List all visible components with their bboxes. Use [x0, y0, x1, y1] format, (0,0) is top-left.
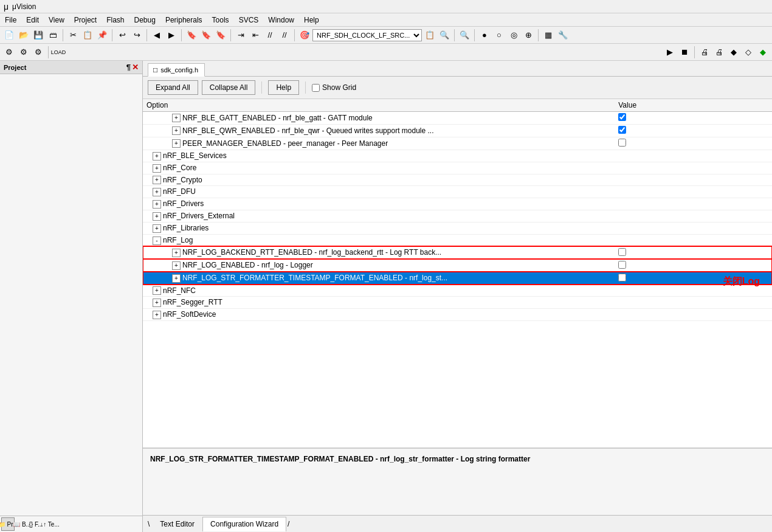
circle4-btn[interactable]: ⊕ [522, 29, 535, 42]
table-row[interactable]: +nRF_Core [143, 162, 772, 174]
table-row[interactable]: +nRF_Drivers_External [143, 210, 772, 223]
table-row[interactable]: +NRF_LOG_BACKEND_RTT_ENABLED - nrf_log_b… [143, 246, 772, 259]
redo-btn[interactable]: ↪ [130, 29, 143, 42]
copy-btn[interactable]: 📋 [81, 29, 94, 42]
table-row[interactable]: +NRF_LOG_STR_FORMATTER_TIMESTAMP_FORMAT_… [143, 272, 772, 285]
table-row[interactable]: +nRF_NFC [143, 285, 772, 297]
table-row[interactable]: +PEER_MANAGER_ENABLED - peer_manager - P… [143, 137, 772, 150]
uncomment-btn[interactable]: // [278, 29, 291, 42]
undo-btn[interactable]: ↩ [115, 29, 129, 42]
lb-books-tab[interactable]: 📖 B... [15, 517, 29, 531]
table-row[interactable]: +nRF_Libraries [143, 222, 772, 234]
shape2-btn[interactable]: ◇ [742, 46, 755, 59]
value-checkbox[interactable] [618, 126, 626, 134]
table-row[interactable]: +NRF_BLE_GATT_ENABLED - nrf_ble_gatt - G… [143, 112, 772, 125]
expand-icon[interactable]: + [172, 139, 181, 148]
build-btn[interactable]: ⚙ [2, 46, 16, 59]
expand-icon[interactable]: + [153, 224, 161, 233]
run-btn[interactable]: ▶ [663, 46, 677, 59]
indent-btn[interactable]: ⇥ [234, 29, 247, 42]
unindent-btn[interactable]: ⇤ [249, 29, 262, 42]
load-btn[interactable]: LOAD [52, 46, 65, 59]
bookmark-btn[interactable]: 🔖 [185, 29, 198, 42]
shape1-btn[interactable]: ◆ [727, 46, 740, 59]
expand-icon[interactable]: + [153, 299, 161, 307]
back-btn[interactable]: ◀ [150, 29, 164, 42]
config-wizard-tab[interactable]: Configuration Wizard [202, 517, 286, 531]
value-checkbox[interactable] [618, 248, 626, 256]
value-checkbox[interactable] [618, 274, 626, 282]
collapse-all-btn[interactable]: Collapse All [202, 80, 256, 95]
settings-btn[interactable]: 🔧 [556, 29, 570, 42]
menu-item-view[interactable]: View [44, 15, 69, 26]
find-btn[interactable]: 🔍 [438, 29, 451, 42]
fwd-btn[interactable]: ▶ [165, 29, 178, 42]
show-grid-checkbox[interactable] [312, 84, 320, 92]
stop-btn[interactable]: ⏹ [678, 46, 691, 59]
print2-btn[interactable]: 🖨 [712, 46, 726, 59]
expand-icon[interactable]: + [153, 200, 161, 209]
menu-item-edit[interactable]: Edit [21, 15, 44, 26]
menu-item-project[interactable]: Project [69, 15, 102, 26]
paste-btn[interactable]: 📌 [95, 29, 109, 42]
expand-icon[interactable]: + [153, 188, 161, 196]
expand-icon[interactable]: + [172, 274, 181, 283]
batchbuild-btn[interactable]: ⚙ [32, 46, 45, 59]
expand-icon[interactable]: + [153, 286, 161, 295]
expand-icon[interactable]: + [153, 152, 161, 161]
shape3-btn[interactable]: ◆ [756, 46, 770, 59]
table-row[interactable]: +nRF_SoftDevice [143, 309, 772, 321]
expand-icon[interactable]: + [153, 176, 161, 184]
value-checkbox[interactable] [618, 261, 626, 269]
new-file-btn[interactable]: 📄 [2, 29, 16, 42]
expand-icon[interactable]: + [153, 311, 161, 319]
save-all-btn[interactable]: 🗃 [46, 29, 60, 42]
target-combo[interactable]: NRF_SDH_CLOCK_LF_SRC... [312, 29, 422, 41]
table-row[interactable]: +nRF_Crypto [143, 174, 772, 186]
value-checkbox[interactable] [618, 113, 626, 121]
lb-templates-tab[interactable]: ↓↑ Te... [43, 517, 57, 531]
circle2-btn[interactable]: ○ [492, 29, 506, 42]
expand-icon[interactable]: + [153, 212, 161, 221]
pin-icon[interactable]: ¶ [126, 63, 131, 72]
table-row[interactable]: -nRF_Log [143, 234, 772, 246]
comment-btn[interactable]: // [263, 29, 277, 42]
table-row[interactable]: +nRF_BLE_Services [143, 150, 772, 162]
table-row[interactable]: +nRF_Drivers [143, 198, 772, 210]
target-options-btn[interactable]: 📋 [423, 29, 436, 42]
table-row[interactable]: +nRF_Segger_RTT [143, 297, 772, 309]
bookmark2-btn[interactable]: 🔖 [199, 29, 213, 42]
print-btn[interactable]: 🖨 [698, 46, 711, 59]
expand-icon[interactable]: + [172, 249, 181, 257]
circle1-btn[interactable]: ● [478, 29, 491, 42]
cut-btn[interactable]: ✂ [66, 29, 80, 42]
menu-item-debug[interactable]: Debug [129, 15, 160, 26]
grid-btn[interactable]: ▦ [542, 29, 555, 42]
menu-item-window[interactable]: Window [263, 15, 299, 26]
zoom-btn[interactable]: 🔍 [458, 29, 471, 42]
table-row[interactable]: +NRF_BLE_QWR_ENABLED - nrf_ble_qwr - Que… [143, 125, 772, 137]
table-row[interactable]: +NRF_LOG_ENABLED - nrf_log - Logger [143, 259, 772, 272]
circle3-btn[interactable]: ◎ [507, 29, 520, 42]
menu-item-svcs[interactable]: SVCS [234, 15, 264, 26]
table-row[interactable]: +nRF_DFU [143, 186, 772, 198]
menu-item-peripherals[interactable]: Peripherals [160, 15, 207, 26]
rebuild-btn[interactable]: ⚙ [17, 46, 30, 59]
expand-icon[interactable]: - [153, 237, 161, 245]
expand-icon[interactable]: + [153, 164, 161, 173]
help-btn[interactable]: Help [268, 80, 299, 95]
menu-item-help[interactable]: Help [299, 15, 324, 26]
target-icon[interactable]: 🎯 [298, 29, 311, 42]
text-editor-tab[interactable]: Text Editor [152, 517, 202, 531]
expand-icon[interactable]: + [172, 126, 181, 135]
close-icon[interactable]: ✕ [132, 63, 139, 72]
value-checkbox[interactable] [618, 139, 626, 147]
expand-all-btn[interactable]: Expand All [148, 80, 198, 95]
expand-icon[interactable]: + [172, 261, 181, 270]
save-btn[interactable]: 💾 [32, 29, 45, 42]
sdk-config-tab[interactable]: □ sdk_config.h [148, 63, 205, 77]
menu-item-file[interactable]: File [0, 15, 21, 26]
expand-icon[interactable]: + [172, 114, 181, 122]
menu-item-flash[interactable]: Flash [102, 15, 129, 26]
bookmark3-btn[interactable]: 🔖 [214, 29, 227, 42]
